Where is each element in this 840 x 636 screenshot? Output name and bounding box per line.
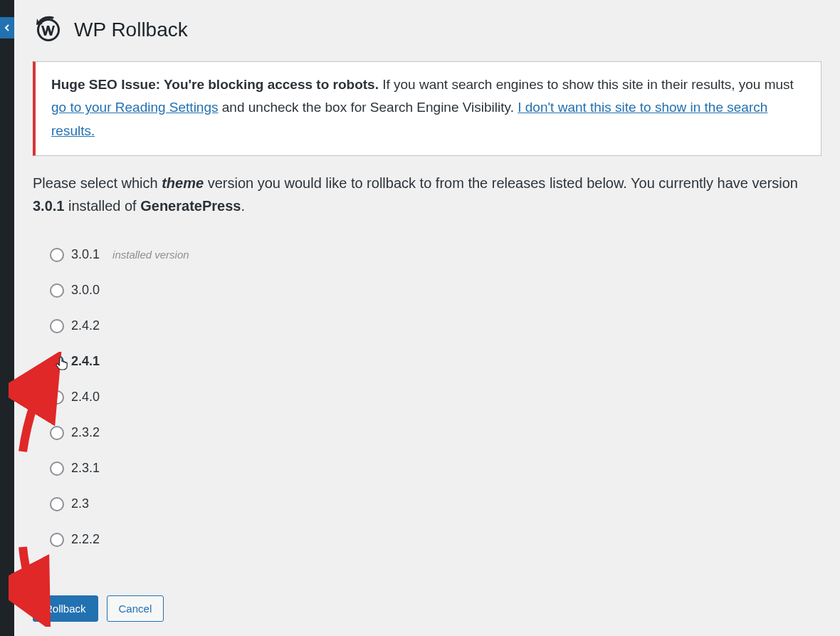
radio-icon [50, 533, 64, 547]
version-label: 2.4.0 [71, 390, 100, 405]
radio-icon [50, 390, 64, 405]
version-label: 2.3.1 [71, 461, 100, 476]
radio-icon [50, 283, 64, 298]
intro-pre: Please select which [33, 175, 162, 191]
version-option[interactable]: 3.0.0 [50, 273, 821, 308]
version-option[interactable]: 2.4.1 [50, 344, 821, 380]
admin-sidebar [0, 0, 14, 636]
version-label: 3.0.1 [71, 247, 100, 262]
radio-icon [50, 355, 64, 369]
version-list: 3.0.1installed version3.0.02.4.22.4.12.4… [33, 237, 821, 565]
chevron-left-icon [4, 24, 11, 31]
version-option[interactable]: 3.0.1installed version [50, 237, 821, 273]
notice-bold: Huge SEO Issue: You're blocking access t… [51, 77, 379, 92]
radio-icon [50, 319, 64, 333]
version-option[interactable]: 2.3.1 [50, 451, 821, 486]
radio-icon [50, 248, 64, 262]
notice-text1: If you want search engines to show this … [379, 77, 794, 92]
intro-text: Please select which theme version you wo… [33, 172, 821, 217]
radio-icon [50, 497, 64, 511]
version-option[interactable]: 2.2.2 [50, 522, 821, 558]
version-label: 3.0.0 [71, 283, 100, 298]
radio-icon [50, 426, 64, 440]
reading-settings-link[interactable]: go to your Reading Settings [51, 100, 219, 115]
intro-mid1: version you would like to rollback to fr… [204, 175, 798, 191]
seo-notice: Huge SEO Issue: You're blocking access t… [33, 61, 821, 156]
version-option[interactable]: 2.3 [50, 486, 821, 522]
version-option[interactable]: 2.4.2 [50, 308, 821, 344]
radio-icon [50, 462, 64, 476]
intro-theme-name: GeneratePress [140, 198, 241, 214]
installed-badge: installed version [112, 249, 189, 261]
notice-text2: and uncheck the box for Search Engine Vi… [219, 100, 518, 115]
version-option[interactable]: 2.4.0 [50, 380, 821, 415]
page-title: WP Rollback [74, 19, 188, 41]
version-option[interactable]: 2.3.2 [50, 415, 821, 451]
intro-theme-word: theme [162, 175, 204, 191]
version-label: 2.4.1 [71, 354, 100, 369]
page-header: WP Rollback [33, 14, 821, 46]
intro-version: 3.0.1 [33, 198, 64, 214]
intro-post: . [241, 198, 245, 214]
version-option[interactable]: 2.2.1 [50, 558, 821, 565]
version-label: 2.3 [71, 496, 89, 511]
version-label: 2.2.2 [71, 532, 100, 547]
version-label: 2.4.2 [71, 318, 100, 333]
intro-mid2: installed of [64, 198, 140, 214]
wp-rollback-icon [33, 14, 64, 46]
rollback-button[interactable]: Rollback [33, 595, 98, 622]
cancel-button[interactable]: Cancel [107, 595, 164, 622]
version-label: 2.3.2 [71, 425, 100, 440]
collapse-menu-button[interactable] [0, 17, 14, 38]
